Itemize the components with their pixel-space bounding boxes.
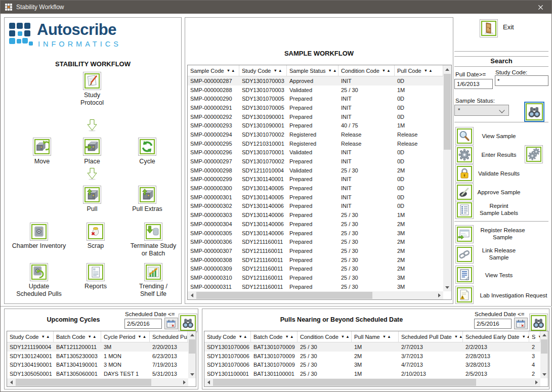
table-cell[interactable]: 2M — [395, 167, 443, 173]
column-header[interactable]: Condition Code▼▲ — [298, 331, 352, 342]
table-row[interactable]: SMP-000000310SDY1211160011Prepared25 / 3… — [188, 273, 443, 282]
table-cell[interactable]: SDY1301140001 — [239, 176, 287, 182]
table-cell[interactable]: SDY1304190001 — [7, 362, 54, 368]
table-cell[interactable]: SDY1301140005 — [239, 185, 287, 191]
table-cell[interactable]: 2M — [352, 353, 399, 359]
table-cell[interactable]: BAT1301070009 — [251, 362, 298, 368]
table-cell[interactable]: SMP-000000295 — [188, 141, 239, 147]
table-cell[interactable]: 3/28/2013 — [463, 362, 529, 368]
table-row[interactable]: SMP-000000293SDY1301090001Prepared40 / 7… — [188, 121, 443, 130]
table-cell[interactable]: SDY1301100001 — [204, 371, 251, 377]
table-cell[interactable]: Prepared — [287, 221, 338, 227]
search-button[interactable] — [524, 102, 544, 122]
table-cell[interactable]: 3M — [352, 362, 399, 368]
scrollbar-thumb[interactable] — [213, 379, 476, 386]
table-row[interactable]: SDY1301070006BAT130107000925 / 301M2/7/2… — [204, 342, 540, 352]
table-cell[interactable]: SDY1301140006 — [239, 221, 287, 227]
table-cell[interactable]: SDY1211010004 — [239, 167, 287, 173]
table-row[interactable]: SMP-000000306SDY1211160011Prepared25 / 3… — [188, 237, 443, 246]
table-row[interactable]: SMP-000000287SDY1301070003ApprovedINIT0D — [188, 76, 443, 85]
table-row[interactable]: SMP-000000295SDY1210310001RegisteredRele… — [188, 139, 443, 148]
sort-icons[interactable]: ▼▲ — [522, 334, 529, 339]
sample-status-select[interactable]: * — [454, 105, 509, 116]
table-cell[interactable]: 25 / 30 — [338, 257, 395, 263]
table-cell[interactable]: SDY1211160011 — [239, 275, 287, 281]
table-cell[interactable]: SDY1301090001 — [239, 114, 287, 120]
table-cell[interactable]: BAT1301070009 — [251, 344, 298, 350]
table-cell[interactable]: 2M — [395, 257, 443, 263]
table-cell[interactable]: SMP-000000311 — [188, 284, 239, 290]
pulls-nearing-search-button[interactable] — [529, 314, 548, 332]
table-cell[interactable]: INIT — [338, 149, 395, 155]
table-cell[interactable]: BAT1211200011 — [54, 344, 101, 350]
table-cell[interactable]: SMP-000000294 — [188, 132, 239, 138]
vertical-scrollbar[interactable] — [443, 65, 451, 291]
horizontal-scrollbar[interactable] — [188, 291, 443, 299]
study-protocol-button[interactable] — [83, 72, 101, 90]
table-cell[interactable]: 1M — [395, 122, 443, 128]
table-cell[interactable]: SMP-000000302 — [188, 203, 239, 209]
exit-button[interactable] — [480, 19, 498, 37]
table-cell[interactable]: Prepared — [287, 248, 338, 254]
table-row[interactable]: SDY1301240001BAT13052300031 MON6/23/2013 — [7, 352, 188, 361]
pull-button[interactable] — [83, 186, 101, 204]
sort-icons[interactable]: ▼▲ — [227, 68, 236, 73]
sort-icons[interactable]: ▼▲ — [138, 334, 147, 339]
table-cell[interactable]: Registered — [287, 141, 338, 147]
table-cell[interactable]: SMP-000000307 — [188, 248, 239, 254]
scroll-down-button[interactable] — [188, 371, 196, 378]
table-cell[interactable]: 5/31/2013 — [150, 371, 188, 377]
table-cell[interactable]: 1M — [352, 371, 399, 377]
table-row[interactable]: SDY1301070006BAT130107000925 / 302M3/7/2… — [204, 352, 540, 361]
table-cell[interactable]: 7/19/2013 — [150, 362, 188, 368]
sort-icons[interactable]: ▼▲ — [382, 68, 392, 73]
table-cell[interactable]: Prepared — [287, 203, 338, 209]
table-cell[interactable]: 25 / 30 — [298, 362, 352, 368]
sort-icons[interactable]: ▼▲ — [41, 334, 51, 339]
table-cell[interactable]: SMP-000000287 — [188, 78, 239, 84]
table-row[interactable]: SMP-000000288SDY1301070003Validated25 / … — [188, 85, 443, 95]
table-cell[interactable]: SDY1301090001 — [239, 122, 287, 128]
table-cell[interactable]: SMP-000000301 — [188, 194, 239, 200]
table-cell[interactable]: 6/23/2013 — [150, 353, 188, 359]
table-row[interactable]: SDY1301100001BAT130110000125 / 301M2/10/… — [204, 369, 540, 378]
column-header[interactable]: Study Code▼▲ — [239, 65, 287, 76]
column-header[interactable]: Pull Name▼▲ — [352, 331, 399, 342]
table-cell[interactable]: Validated — [287, 87, 338, 93]
column-header[interactable]: Sample Code▼▲ — [188, 65, 239, 76]
table-cell[interactable]: Prepared — [287, 158, 338, 164]
table-cell[interactable]: SDY1301070002 — [239, 132, 287, 138]
table-cell[interactable]: SDY1210310001 — [239, 141, 287, 147]
register-release-sample-button[interactable] — [455, 225, 474, 243]
column-header[interactable]: Batch Code▼▲ — [251, 331, 298, 342]
column-header[interactable]: Study Code▼▲ — [7, 331, 54, 342]
table-cell[interactable]: SDY1305050001 — [7, 371, 54, 377]
sort-icons[interactable]: ▼▲ — [424, 68, 434, 73]
table-cell[interactable]: 25 / 30 — [338, 212, 395, 218]
table-cell[interactable]: 25 / 30 — [338, 221, 395, 227]
table-cell[interactable]: 0D — [395, 114, 443, 120]
column-header[interactable]: Scheduled Early Date▼▲ — [463, 331, 529, 342]
table-cell[interactable]: SDY1211160011 — [239, 257, 287, 263]
table-cell[interactable]: Prepared — [287, 105, 338, 111]
table-cell[interactable]: Prepared — [287, 212, 338, 218]
table-cell[interactable]: SMP-000000299 — [188, 176, 239, 182]
table-cell[interactable]: Release — [338, 141, 395, 147]
table-cell[interactable]: SMP-000000310 — [188, 275, 239, 281]
table-cell[interactable]: SDY1301140006 — [239, 212, 287, 218]
reports-button[interactable] — [87, 263, 105, 281]
table-cell[interactable]: SMP-000000308 — [188, 257, 239, 263]
scrollbar-thumb[interactable] — [196, 292, 372, 299]
calendar-button[interactable] — [164, 318, 178, 329]
table-cell[interactable]: SDY1301140005 — [239, 194, 287, 200]
table-cell[interactable]: Prepared — [287, 185, 338, 191]
scrollbar-thumb[interactable] — [541, 339, 547, 354]
table-cell[interactable]: 0D — [395, 158, 443, 164]
table-cell[interactable]: 25 / 30 — [298, 371, 352, 377]
table-cell[interactable]: SDY1301070006 — [204, 353, 251, 359]
table-cell[interactable]: 25 / 30 — [338, 248, 395, 254]
column-header[interactable]: Sample Status▼▲ — [287, 65, 338, 76]
sort-icons[interactable]: ▼▲ — [328, 68, 338, 73]
table-cell[interactable]: DAYS TEST 1 — [101, 371, 150, 377]
table-cell[interactable]: 3M — [101, 344, 150, 350]
